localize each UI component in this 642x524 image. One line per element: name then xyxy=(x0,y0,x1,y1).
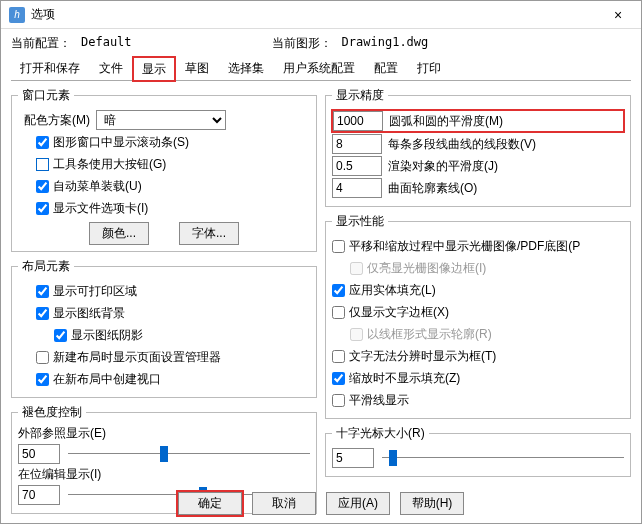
paper-background-checkbox[interactable]: 显示图纸背景 xyxy=(36,305,125,322)
printable-area-checkbox[interactable]: 显示可打印区域 xyxy=(36,283,137,300)
pan-raster-checkbox[interactable]: 平移和缩放过程中显示光栅图像/PDF底图(P xyxy=(332,238,580,255)
text-as-box-checkbox[interactable]: 文字无法分辨时显示为框(T) xyxy=(332,348,496,365)
create-viewport-checkbox[interactable]: 在新布局中创建视口 xyxy=(36,371,161,388)
tab-selection[interactable]: 选择集 xyxy=(219,56,273,80)
xref-display-slider[interactable] xyxy=(68,445,310,463)
crosshair-size-legend: 十字光标大小(R) xyxy=(332,425,429,442)
fonts-button[interactable]: 字体... xyxy=(179,222,239,245)
arc-smoothness-label: 圆弧和圆的平滑度(M) xyxy=(389,113,623,130)
auto-menu-checkbox[interactable]: 自动菜单装载(U) xyxy=(36,178,142,195)
render-smoothness-label: 渲染对象的平滑度(J) xyxy=(388,158,624,175)
render-smoothness-input[interactable] xyxy=(332,156,382,176)
ok-button[interactable]: 确定 xyxy=(178,492,242,515)
layout-elements-legend: 布局元素 xyxy=(18,258,74,275)
apply-button[interactable]: 应用(A) xyxy=(326,492,390,515)
xref-display-input[interactable] xyxy=(18,444,60,464)
close-icon[interactable]: × xyxy=(603,7,633,23)
current-drawing-value: Drawing1.dwg xyxy=(342,35,429,52)
contour-lines-input[interactable] xyxy=(332,178,382,198)
polyline-segments-input[interactable] xyxy=(332,134,382,154)
inplace-edit-label: 在位编辑显示(I) xyxy=(18,466,310,483)
arc-smoothness-input[interactable] xyxy=(333,111,383,131)
tab-display[interactable]: 显示 xyxy=(133,57,175,81)
large-buttons-checkbox[interactable]: 工具条使用大按钮(G) xyxy=(36,156,166,173)
tab-draft[interactable]: 草图 xyxy=(176,56,218,80)
help-button[interactable]: 帮助(H) xyxy=(400,492,464,515)
color-scheme-select[interactable]: 暗 xyxy=(96,110,226,130)
tab-files[interactable]: 文件 xyxy=(90,56,132,80)
current-drawing-label: 当前图形： xyxy=(272,35,332,52)
tab-open-save[interactable]: 打开和保存 xyxy=(11,56,89,80)
page-setup-manager-checkbox[interactable]: 新建布局时显示页面设置管理器 xyxy=(36,349,221,366)
xref-display-label: 外部参照显示(E) xyxy=(18,425,310,442)
display-precision-legend: 显示精度 xyxy=(332,87,388,104)
wireframe-silhouette-checkbox: 以线框形式显示轮廓(R) xyxy=(350,326,492,343)
contour-lines-label: 曲面轮廓素线(O) xyxy=(388,180,624,197)
tab-plot[interactable]: 打印 xyxy=(408,56,450,80)
tab-profiles[interactable]: 配置 xyxy=(365,56,407,80)
zoom-no-fill-checkbox[interactable]: 缩放时不显示填充(Z) xyxy=(332,370,460,387)
colors-button[interactable]: 颜色... xyxy=(89,222,149,245)
smooth-line-checkbox[interactable]: 平滑线显示 xyxy=(332,392,409,409)
window-title: 选项 xyxy=(31,6,603,23)
tab-user[interactable]: 用户系统配置 xyxy=(274,56,364,80)
file-tabs-checkbox[interactable]: 显示文件选项卡(I) xyxy=(36,200,148,217)
window-elements-legend: 窗口元素 xyxy=(18,87,74,104)
crosshair-size-input[interactable] xyxy=(332,448,374,468)
cancel-button[interactable]: 取消 xyxy=(252,492,316,515)
text-frame-only-checkbox[interactable]: 仅显示文字边框(X) xyxy=(332,304,449,321)
current-config-label: 当前配置： xyxy=(11,35,71,52)
display-performance-legend: 显示性能 xyxy=(332,213,388,230)
current-config-value: Default xyxy=(81,35,132,52)
app-icon: h xyxy=(9,7,25,23)
highlight-raster-frame-checkbox: 仅亮显光栅图像边框(I) xyxy=(350,260,486,277)
crosshair-size-slider[interactable] xyxy=(382,449,624,467)
tab-bar: 打开和保存 文件 显示 草图 选择集 用户系统配置 配置 打印 xyxy=(11,56,631,81)
paper-shadow-checkbox[interactable]: 显示图纸阴影 xyxy=(54,327,143,344)
fade-control-legend: 褪色度控制 xyxy=(18,404,86,421)
solid-fill-checkbox[interactable]: 应用实体填充(L) xyxy=(332,282,436,299)
color-scheme-label: 配色方案(M) xyxy=(24,112,90,129)
polyline-segments-label: 每条多段线曲线的线段数(V) xyxy=(388,136,624,153)
show-scrollbars-checkbox[interactable]: 图形窗口中显示滚动条(S) xyxy=(36,134,189,151)
